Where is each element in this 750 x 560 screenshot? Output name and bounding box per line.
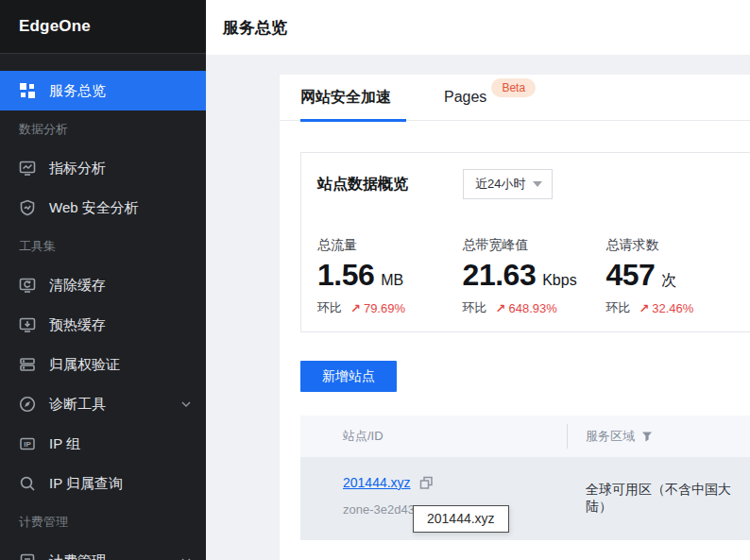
compare-label: 环比: [463, 299, 487, 316]
server-stack-icon: [19, 356, 36, 373]
stat-compare: 环比 ↗ 79.69%: [317, 299, 463, 316]
trend-up-icon: ↗: [350, 301, 361, 315]
page-header: 服务总览: [206, 0, 750, 55]
trend-up-icon: ↗: [496, 301, 506, 315]
sidebar-item-label: IP 归属查询: [49, 475, 123, 493]
prefetch-cache-icon: [19, 316, 36, 333]
stat-label: 总流量: [317, 237, 463, 254]
sidebar-item-label: IP 组: [49, 435, 80, 453]
sidebar-item-ip-lookup[interactable]: IP 归属查询: [0, 464, 206, 503]
trend-up-icon: ↗: [639, 301, 649, 315]
sidebar-section-label: 工具集: [19, 238, 56, 255]
sidebar-nav: 服务总览 数据分析 指标分析 Web 安全分析 工具集: [0, 54, 206, 560]
sidebar-item-prefetch-cache[interactable]: 预热缓存: [0, 305, 206, 345]
region-value: 全球可用区（不含中国大陆）: [586, 482, 750, 516]
stat-unit: MB: [381, 272, 403, 289]
time-range-select[interactable]: 近24小时: [463, 169, 553, 199]
cell-service-region: 全球可用区（不含中国大陆）: [567, 457, 750, 540]
metrics-monitor-icon: [19, 160, 36, 177]
sidebar-item-purge-cache[interactable]: 清除缓存: [0, 265, 206, 305]
tab-label: Pages: [444, 89, 486, 106]
site-table: 站点/ID 服务区域: [300, 416, 750, 540]
sidebar-section-label: 计费管理: [19, 514, 68, 531]
compare-label: 环比: [605, 299, 630, 316]
sidebar-item-label: 预热缓存: [49, 316, 106, 334]
sidebar-item-ip-group[interactable]: IP IP 组: [0, 424, 206, 464]
sidebar-item-label: 服务总览: [49, 82, 106, 100]
content-area: 网站安全加速 Pages Beta 站点数据概览 近24小时: [206, 55, 750, 560]
sidebar-item-ownership-verification[interactable]: 归属权验证: [0, 345, 206, 384]
ip-group-icon: IP: [19, 435, 36, 452]
tab-bar: 网站安全加速 Pages Beta: [280, 75, 750, 121]
sidebar-item-label: 清除缓存: [49, 277, 106, 295]
compare-value: 32.46%: [652, 301, 693, 315]
site-link[interactable]: 201444.xyz: [343, 475, 411, 490]
stat-unit: 次: [661, 271, 676, 291]
shield-icon: [19, 199, 36, 216]
stats-row: 总流量 1.56 MB 环比 ↗ 79.69%: [317, 237, 750, 316]
compass-icon: [19, 396, 36, 413]
stat-value: 21.63: [463, 258, 537, 293]
tab-website-security-acceleration[interactable]: 网站安全加速: [300, 75, 406, 121]
stat-value-row: 457 次: [605, 258, 750, 294]
column-site-id: 站点/ID: [300, 416, 567, 457]
stat-compare: 环比 ↗ 32.46%: [605, 299, 750, 316]
stat-peak-bandwidth: 总带宽峰值 21.63 Kbps 环比 ↗ 648.93%: [463, 237, 606, 316]
search-icon: [19, 475, 36, 492]
stat-value: 457: [605, 258, 655, 293]
sidebar-section-label: 数据分析: [19, 121, 68, 138]
sidebar-item-label: 计费管理: [49, 552, 106, 560]
sidebar-item-web-security-analysis[interactable]: Web 安全分析: [0, 188, 206, 228]
page-title: 服务总览: [223, 17, 287, 39]
sidebar-item-diagnostic-tools[interactable]: 诊断工具: [0, 384, 206, 424]
stat-label: 总带宽峰值: [463, 237, 606, 254]
stat-compare: 环比 ↗ 648.93%: [463, 299, 606, 316]
purge-cache-icon: [19, 277, 36, 294]
sidebar-item-label: Web 安全分析: [49, 199, 139, 217]
stat-label: 总请求数: [605, 237, 750, 254]
sidebar: EdgeOne 服务总览 数据分析 指标分析: [0, 0, 206, 560]
table-row[interactable]: 201444.xyz zone-3e2d43... 全球可用区（不含中国大陆）: [300, 457, 750, 540]
stat-unit: Kbps: [542, 272, 576, 289]
sidebar-section-data-analysis: 数据分析: [0, 110, 206, 148]
active-tab-underline: [300, 119, 406, 122]
sidebar-item-label: 归属权验证: [49, 356, 120, 374]
tab-pages[interactable]: Pages Beta: [444, 75, 536, 121]
site-data-overview-panel: 站点数据概览 近24小时 总流量 1.56 MB: [300, 152, 750, 332]
tooltip: 201444.xyz: [413, 505, 509, 533]
stat-value-row: 21.63 Kbps: [463, 258, 606, 294]
stat-value: 1.56: [317, 258, 374, 293]
sidebar-item-billing[interactable]: 计费管理: [0, 541, 206, 560]
compare-label: 环比: [317, 299, 342, 316]
edgeone-logo: EdgeOne: [19, 17, 91, 36]
main-card: 网站安全加速 Pages Beta 站点数据概览 近24小时: [280, 75, 750, 560]
svg-text:IP: IP: [24, 440, 31, 449]
stat-value-row: 1.56 MB: [317, 258, 463, 294]
billing-icon: [19, 552, 36, 560]
overview-title: 站点数据概览: [317, 175, 408, 195]
sidebar-item-metric-analysis[interactable]: 指标分析: [0, 148, 206, 188]
caret-down-icon: [533, 181, 542, 187]
chevron-down-icon[interactable]: [181, 400, 191, 408]
column-service-region: 服务区域: [567, 416, 750, 457]
compare-value: 79.69%: [364, 301, 405, 315]
sidebar-section-billing: 计费管理: [0, 503, 206, 541]
add-site-button[interactable]: 新增站点: [300, 361, 397, 392]
beta-badge: Beta: [491, 78, 536, 97]
column-header-label: 站点/ID: [343, 428, 384, 445]
tab-label: 网站安全加速: [300, 88, 391, 108]
main-area: 服务总览 网站安全加速 Pages Beta: [206, 0, 750, 560]
tooltip-text: 201444.xyz: [427, 511, 495, 526]
dashboard-grid-icon: [19, 82, 36, 99]
edgeone-console: EdgeOne 服务总览 数据分析 指标分析: [0, 0, 750, 560]
compare-value: 648.93%: [509, 301, 557, 315]
overview-header: 站点数据概览 近24小时: [317, 169, 750, 199]
sidebar-section-toolset: 工具集: [0, 228, 206, 265]
time-range-value: 近24小时: [475, 176, 525, 193]
filter-funnel-icon[interactable]: [641, 431, 653, 442]
table-header: 站点/ID 服务区域: [300, 416, 750, 457]
sidebar-item-label: 指标分析: [49, 160, 106, 178]
logo-area: EdgeOne: [0, 0, 206, 54]
copy-icon[interactable]: [419, 476, 434, 490]
sidebar-item-service-overview[interactable]: 服务总览: [0, 71, 206, 110]
